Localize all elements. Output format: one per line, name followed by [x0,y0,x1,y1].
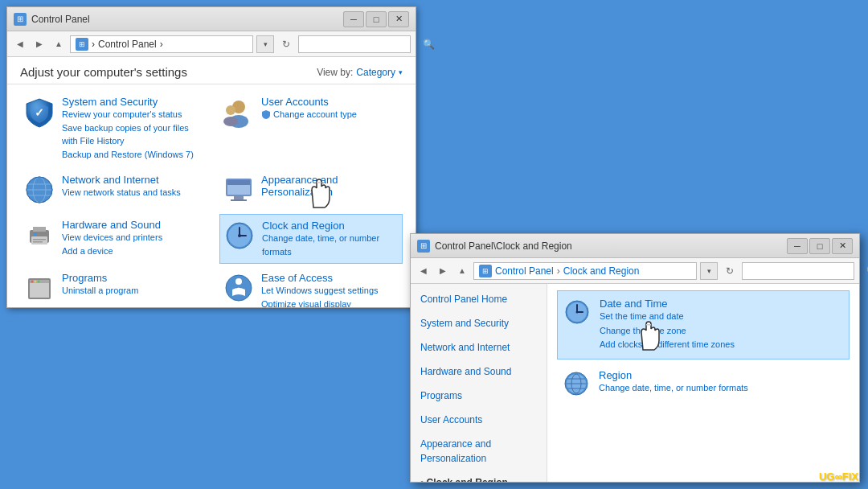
category-network-internet[interactable]: Network and Internet View network status… [20,169,203,211]
category-programs[interactable]: Programs Uninstall a program [20,267,203,307]
search-input[interactable] [302,39,423,50]
secondary-window-title: Control Panel\Clock and Region [435,240,787,252]
secondary-window-icon: ⊞ [417,240,430,253]
view-by-label: View by: [317,67,353,78]
user-accounts-text: User Accounts Change account type [261,96,399,123]
secondary-back-button[interactable]: ◀ [416,263,432,279]
hardware-sound-link-2[interactable]: Add a device [62,244,200,258]
category-system-security[interactable]: ✓ System and Security Review your comput… [20,91,203,166]
ease-of-access-link-2[interactable]: Optimize visual display [261,298,399,308]
sidebar-item-programs[interactable]: Programs [411,384,547,408]
close-button[interactable]: ✕ [388,11,409,27]
network-internet-link-1[interactable]: View network status and tasks [62,186,200,199]
secondary-close-button[interactable]: ✕ [832,238,853,254]
hardware-sound-name[interactable]: Hardware and Sound [62,219,200,231]
search-bar: 🔍 [298,35,411,53]
sidebar-item-appearance-personalization[interactable]: Appearance and Personalization [411,432,547,471]
secondary-title-bar: ⊞ Control Panel\Clock and Region ─ □ ✕ [411,234,859,258]
ease-of-access-name[interactable]: Ease of Access [261,272,399,284]
globe-icon [23,174,55,206]
address-path[interactable]: ⊞ › Control Panel › [70,35,253,53]
system-security-link-2[interactable]: Save backup copies of your files with Fi… [62,121,200,148]
user-icon [223,96,255,128]
secondary-maximize-button[interactable]: □ [809,238,830,254]
section-region[interactable]: Region Change date, time, or number form… [557,363,850,405]
forward-button[interactable]: ▶ [31,36,47,52]
secondary-forward-button[interactable]: ▶ [435,263,451,279]
window-icon: ⊞ [14,13,27,26]
secondary-breadcrumb-1[interactable]: Control Panel [495,265,554,277]
category-clock-region[interactable]: Clock and Region Change date, time, or n… [219,214,403,264]
network-internet-text: Network and Internet View network status… [62,174,200,199]
main-window: ⊞ Control Panel ─ □ ✕ ◀ ▶ ▲ ⊞ › Control … [6,6,416,308]
svg-point-4 [223,117,238,126]
secondary-search-bar: 🔍 [742,262,854,280]
hardware-sound-link-1[interactable]: View devices and printers [62,231,200,244]
category-hardware-sound[interactable]: Hardware and Sound View devices and prin… [20,214,203,264]
system-security-link-3[interactable]: Backup and Restore (Windows 7) [62,148,200,162]
window-controls: ─ □ ✕ [343,11,409,27]
svg-rect-21 [33,241,43,243]
content-area: Adjust your computer's settings View by:… [7,57,416,307]
secondary-address-bar: ◀ ▶ ▲ ⊞ Control Panel › Clock and Region… [411,258,859,284]
svg-rect-15 [231,199,247,201]
region-section-name[interactable]: Region [599,369,845,381]
appearance-name[interactable]: Appearance andPersonalization [261,174,399,198]
maximize-button[interactable]: □ [366,11,387,27]
secondary-minimize-button[interactable]: ─ [787,238,808,254]
date-time-link-1[interactable]: Set the time and date [600,310,844,324]
ease-of-access-link-1[interactable]: Let Windows suggest settings [261,284,399,298]
clock-icon [223,220,256,252]
system-security-text: System and Security Review your computer… [62,96,200,161]
minimize-button[interactable]: ─ [343,11,364,27]
user-accounts-name[interactable]: User Accounts [261,96,399,108]
category-ease-of-access[interactable]: Ease of Access Let Windows suggest setti… [219,267,403,307]
date-time-link-3[interactable]: Add clocks for different time zones [600,338,844,352]
path-end-separator: › [160,39,163,50]
network-icon [23,174,55,206]
sidebar-item-clock-region[interactable]: Clock and Region [411,471,547,482]
date-time-link-2[interactable]: Change the time zone [600,324,844,339]
watermark-highlight: ∞ [834,471,841,483]
programs-link-1[interactable]: Uninstall a program [62,284,200,298]
address-dropdown[interactable]: ▾ [256,35,274,53]
back-button[interactable]: ◀ [12,36,28,52]
system-security-name[interactable]: System and Security [62,96,200,108]
region-svg-icon [562,369,591,398]
clock-region-link-1[interactable]: Change date, time, or number formats [262,232,399,258]
secondary-up-button[interactable]: ▲ [454,263,470,279]
svg-rect-13 [227,180,250,185]
breadcrumb-separator: › [557,265,560,277]
user-accounts-link-1[interactable]: Change account type [261,108,399,123]
secondary-breadcrumb-2[interactable]: Clock and Region [563,265,640,277]
sidebar-item-hardware-sound[interactable]: Hardware and Sound [411,360,547,384]
sidebar-item-user-accounts[interactable]: User Accounts [411,408,547,432]
sidebar-item-control-panel-home[interactable]: Control Panel Home [411,287,547,311]
secondary-address-dropdown[interactable]: ▾ [700,262,718,280]
category-appearance[interactable]: Appearance andPersonalization [219,169,403,211]
svg-rect-20 [33,239,46,240]
search-icon[interactable]: 🔍 [423,39,435,50]
secondary-address-path[interactable]: ⊞ Control Panel › Clock and Region [473,262,697,280]
date-time-section-name[interactable]: Date and Time [600,298,844,310]
region-link-1[interactable]: Change date, time, or number formats [599,381,845,396]
svg-point-30 [31,281,34,283]
programs-text: Programs Uninstall a program [62,272,200,298]
category-user-accounts[interactable]: User Accounts Change account type [219,91,403,166]
sidebar-item-network-internet[interactable]: Network and Internet [411,335,547,360]
secondary-refresh-button[interactable]: ↻ [721,262,739,280]
secondary-search-input[interactable] [746,265,866,277]
refresh-button[interactable]: ↻ [277,35,295,53]
svg-point-34 [235,278,242,285]
up-button[interactable]: ▲ [51,36,67,52]
region-text: Region Change date, time, or number form… [599,369,845,396]
sidebar-item-system-security[interactable]: System and Security [411,311,547,335]
programs-name[interactable]: Programs [62,272,200,284]
clock-region-name[interactable]: Clock and Region [262,220,399,232]
system-security-link-1[interactable]: Review your computer's status [62,108,200,121]
section-date-time[interactable]: Date and Time Set the time and date Chan… [557,290,850,360]
view-by-value[interactable]: Category [356,67,395,78]
view-by-arrow-icon[interactable]: ▾ [399,68,403,76]
title-bar: ⊞ Control Panel ─ □ ✕ [7,7,416,31]
network-internet-name[interactable]: Network and Internet [62,174,200,186]
